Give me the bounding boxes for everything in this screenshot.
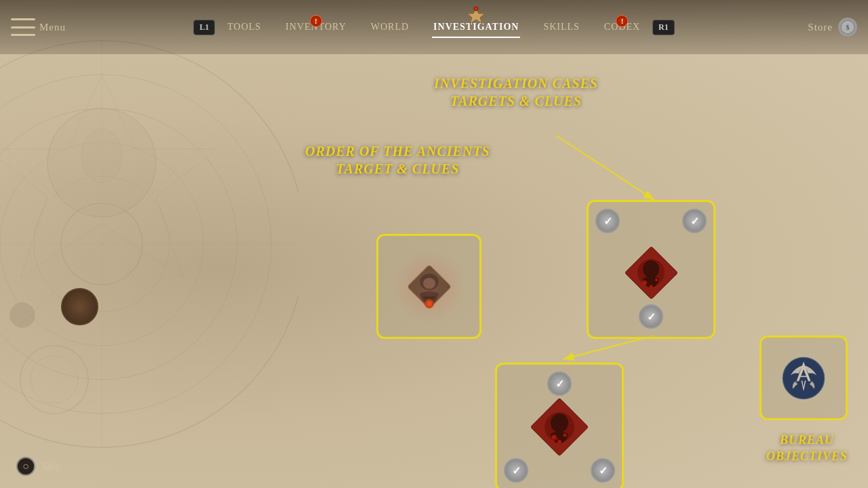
svg-point-37 xyxy=(551,413,568,432)
check-btn-top-left[interactable] xyxy=(595,209,620,233)
nav-skills-label: Skills xyxy=(543,22,579,33)
svg-text:$: $ xyxy=(846,24,850,31)
investigation-cases-label: Investigation Cases Targets & Clues xyxy=(434,75,598,110)
nav-item-world[interactable]: World xyxy=(359,16,421,38)
order-ancients-label: Order of the Ancients Target & Clues xyxy=(305,142,490,178)
check-btn-top-right[interactable] xyxy=(682,209,707,233)
main-content: Investigation Cases Targets & Clues Orde… xyxy=(0,54,868,488)
check-btn-bc-bottom-right[interactable] xyxy=(591,458,615,483)
skip-label: Skip xyxy=(42,461,61,472)
skip-button[interactable]: ○ Skip xyxy=(16,457,61,476)
bureau-objectives-card[interactable] xyxy=(760,336,848,420)
svg-line-23 xyxy=(563,336,654,359)
order-ancients-title: Order of the Ancients Target & Clues xyxy=(305,142,490,178)
store-label: Store xyxy=(808,22,833,33)
nav-tools-label: Tools xyxy=(227,22,261,33)
nav-item-tools[interactable]: Tools xyxy=(215,16,273,38)
l1-button[interactable]: L1 xyxy=(193,20,215,35)
bloodied-target-icon-top xyxy=(619,241,684,305)
bloodied-bottom-inner xyxy=(497,365,622,488)
menu-icon xyxy=(11,18,35,36)
svg-point-17 xyxy=(474,7,478,11)
bloodied-target-card-top[interactable] xyxy=(587,200,715,339)
nav-item-codex[interactable]: Codex xyxy=(592,16,652,38)
left-circle-ornament xyxy=(61,288,98,325)
svg-point-33 xyxy=(655,279,658,281)
store-coin-icon: $ xyxy=(838,18,857,37)
menu-label: Menu xyxy=(39,22,66,33)
svg-point-34 xyxy=(649,285,652,289)
nav-items: L1 Tools Inventory World Investigation S… xyxy=(193,16,675,38)
bureau-objectives-title: Bureau Objectives xyxy=(753,432,861,464)
hooded-target-card[interactable] xyxy=(376,234,481,339)
nav-item-inventory[interactable]: Inventory xyxy=(273,16,359,38)
svg-point-40 xyxy=(557,440,561,444)
check-btn-bc-bottom-left[interactable] xyxy=(504,458,528,483)
investigation-active-icon xyxy=(467,7,486,26)
svg-point-31 xyxy=(643,260,659,278)
nav-bar: Menu L1 Tools Inventory World Investigat… xyxy=(0,0,868,54)
hooded-glow xyxy=(392,249,467,324)
bloodied-target-icon-bottom xyxy=(526,393,593,461)
codex-badge xyxy=(616,15,628,27)
r1-button[interactable]: R1 xyxy=(652,20,675,35)
nav-world-label: World xyxy=(371,22,409,33)
svg-point-32 xyxy=(643,281,647,285)
inventory-badge xyxy=(310,15,322,27)
check-btn-bottom-center[interactable] xyxy=(639,304,663,329)
svg-line-22 xyxy=(556,136,654,200)
nav-store[interactable]: Store $ xyxy=(808,18,857,37)
bloodied-target-card-bottom[interactable] xyxy=(495,363,624,488)
nav-item-skills[interactable]: Skills xyxy=(531,16,591,38)
skip-circle-symbol: ○ xyxy=(22,461,29,472)
investigation-cases-title: Investigation Cases Targets & Clues xyxy=(434,75,598,110)
skip-circle-icon: ○ xyxy=(16,457,35,476)
svg-point-39 xyxy=(564,434,567,437)
bloodied-top-inner xyxy=(589,202,713,337)
check-btn-bc-top[interactable] xyxy=(547,371,572,396)
bureau-objectives-label: Bureau Objectives xyxy=(753,432,861,464)
nav-item-investigation[interactable]: Investigation xyxy=(421,16,531,38)
hooded-card-inner xyxy=(378,236,479,337)
assassin-creed-logo xyxy=(780,354,827,402)
nav-menu[interactable]: Menu xyxy=(11,18,66,36)
